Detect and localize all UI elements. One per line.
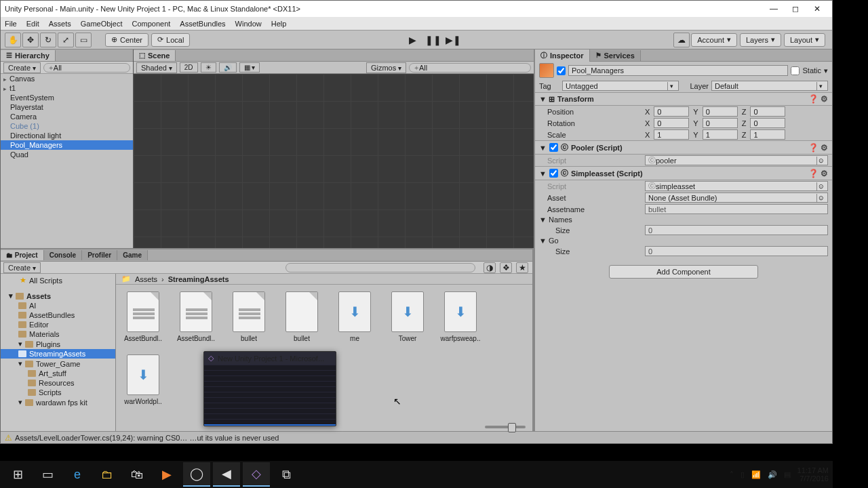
edge-icon[interactable]: e (64, 462, 91, 487)
menu-help[interactable]: Help (271, 20, 287, 28)
static-toggle[interactable] (791, 66, 800, 75)
gear-icon[interactable]: ❓ ⚙ (808, 169, 828, 178)
layer-dropdown[interactable]: Default▾ (711, 81, 828, 91)
play-button[interactable]: ▶ (403, 33, 423, 47)
pivot-center-toggle[interactable]: ⊕ Center (105, 33, 149, 47)
taskbar-preview-vs[interactable]: ◇New Unity Project 1 - Microsof... (203, 351, 336, 426)
step-button[interactable]: ▶❚ (443, 33, 464, 47)
asset-item[interactable]: bullet (229, 291, 269, 342)
inspector-tab[interactable]: ⓘ Inspector (535, 49, 590, 62)
scale-x[interactable] (654, 129, 689, 140)
tag-dropdown[interactable]: Untagged▾ (562, 81, 679, 91)
hierarchy-item[interactable]: Camera (1, 112, 133, 121)
filter-type-icon[interactable]: ❖ (500, 262, 512, 273)
tree-item[interactable]: AssetBundles (1, 310, 115, 320)
project-create[interactable]: Create ▾ (3, 262, 41, 273)
tree-favorite[interactable]: ★ All Scripts (1, 275, 115, 285)
menu-window[interactable]: Window (235, 20, 262, 28)
cloud-button[interactable]: ☁ (673, 33, 690, 47)
asset-item[interactable]: bullet (281, 291, 322, 342)
gameobject-active-toggle[interactable] (557, 66, 566, 75)
asset-item[interactable]: ⬇me (334, 291, 375, 342)
tree-item[interactable]: Art_stuff (1, 369, 115, 378)
tab-project[interactable]: 🖿 Project (1, 250, 44, 260)
hierarchy-search[interactable]: ✦All (43, 63, 130, 73)
battery-icon[interactable]: ▯ (741, 470, 745, 479)
scene-tab[interactable]: ⬚ Scene (134, 50, 176, 61)
scale-tool[interactable]: ⤢ (58, 33, 74, 47)
asset-item[interactable]: ⬇Tower (387, 291, 428, 342)
close-button[interactable]: ✕ (806, 1, 828, 17)
menu-assets[interactable]: Assets (49, 20, 71, 28)
go-size-field[interactable] (645, 246, 828, 256)
layout-dropdown[interactable]: Layout ▾ (784, 33, 825, 47)
gameobject-name-field[interactable] (568, 65, 788, 76)
clock[interactable]: 11:17 AM7/7/2016 (797, 466, 829, 483)
menu-file[interactable]: File (5, 20, 17, 28)
tree-item[interactable]: ▾ Tower_Game (1, 359, 115, 369)
start-button[interactable]: ⊞ (4, 462, 31, 487)
add-component-button[interactable]: Add Component (609, 265, 758, 279)
light-toggle[interactable]: ☀ (201, 62, 216, 73)
pos-x[interactable] (654, 106, 689, 117)
tree-item[interactable]: StreamingAssets (1, 349, 115, 359)
hierarchy-item[interactable]: EventSystem (1, 93, 133, 102)
minimize-button[interactable]: — (763, 1, 785, 17)
assetname-field[interactable] (645, 204, 828, 214)
hierarchy-item[interactable]: Cube (1) (1, 121, 133, 131)
menu-assetbundles[interactable]: AssetBundles (180, 20, 225, 28)
tab-game[interactable]: Game (117, 250, 148, 260)
asset-item[interactable]: AssetBundl.. (176, 291, 216, 342)
save-search-icon[interactable]: ★ (516, 262, 528, 273)
maximize-button[interactable]: ◻ (785, 1, 806, 17)
2d-toggle[interactable]: 2D (180, 62, 198, 73)
tree-item[interactable]: ▾ Assets (1, 291, 115, 301)
scene-viewport[interactable] (134, 74, 534, 248)
pooler-header[interactable]: ▼ ⓒ Pooler (Script)❓ ⚙ (535, 140, 832, 155)
rotate-tool[interactable]: ↻ (40, 33, 56, 47)
hierarchy-item[interactable]: Directional light (1, 131, 133, 140)
simpleasset-header[interactable]: ▼ ⓒ Simpleasset (Script)❓ ⚙ (535, 166, 832, 180)
tree-item[interactable]: AI (1, 301, 115, 310)
tree-item[interactable]: ▾ Plugins (1, 339, 115, 349)
volume-icon[interactable]: 🔊 (768, 470, 777, 479)
hierarchy-item[interactable]: t1 (1, 83, 133, 93)
tree-item[interactable]: Editor (1, 320, 115, 329)
vs-taskbar-icon[interactable]: ◇ (243, 462, 270, 487)
thumbnail-size-slider[interactable] (485, 426, 526, 428)
rot-y[interactable] (703, 118, 738, 128)
gizmos-dropdown[interactable]: Gizmos ▾ (366, 62, 406, 73)
tab-console[interactable]: Console (44, 250, 82, 260)
simple-script-field[interactable]: ⓒ simpleasset⊙ (645, 181, 828, 191)
services-tab[interactable]: ⚑ Services (590, 50, 641, 61)
transform-header[interactable]: ▼ ⊞ Transform❓ ⚙ (535, 92, 832, 106)
rot-z[interactable] (750, 118, 785, 128)
names-size-field[interactable] (645, 225, 828, 235)
project-tree[interactable]: ★ All Scripts▾ Assets AI AssetBundles Ed… (1, 274, 116, 431)
layers-dropdown[interactable]: Layers ▾ (740, 33, 781, 47)
pos-z[interactable] (750, 106, 785, 117)
gear-icon[interactable]: ❓ ⚙ (808, 143, 828, 152)
hand-tool[interactable]: ✋ (5, 33, 21, 47)
rot-x[interactable] (654, 118, 689, 128)
asset-field[interactable]: None (Asset Bundle)⊙ (645, 192, 828, 203)
pos-y[interactable] (703, 106, 738, 117)
space-local-toggle[interactable]: ⟳ Local (151, 33, 190, 47)
store-icon[interactable]: 🛍 (123, 462, 151, 487)
filter-icon[interactable]: ◑ (484, 262, 496, 273)
tree-item[interactable]: Scripts (1, 388, 115, 397)
rect-tool[interactable]: ▭ (75, 33, 92, 47)
project-search[interactable] (285, 263, 475, 272)
hierarchy-create[interactable]: Create ▾ (3, 62, 41, 73)
cmd-icon[interactable]: ⧉ (273, 462, 300, 487)
account-dropdown[interactable]: Account ▾ (691, 33, 737, 47)
fx-toggle[interactable]: ▦ ▾ (239, 62, 260, 73)
tab-profiler[interactable]: Profiler (82, 250, 117, 260)
pause-button[interactable]: ❚❚ (423, 33, 443, 47)
chrome-icon[interactable]: ◯ (183, 462, 210, 487)
hierarchy-item[interactable]: Pool_Managers (1, 140, 133, 150)
pooler-script-field[interactable]: ⓒ pooler⊙ (645, 155, 828, 165)
hierarchy-tab[interactable]: ☰ Hierarchy (1, 50, 56, 61)
scene-search[interactable]: ✦All (409, 63, 531, 73)
scale-y[interactable] (703, 129, 738, 140)
